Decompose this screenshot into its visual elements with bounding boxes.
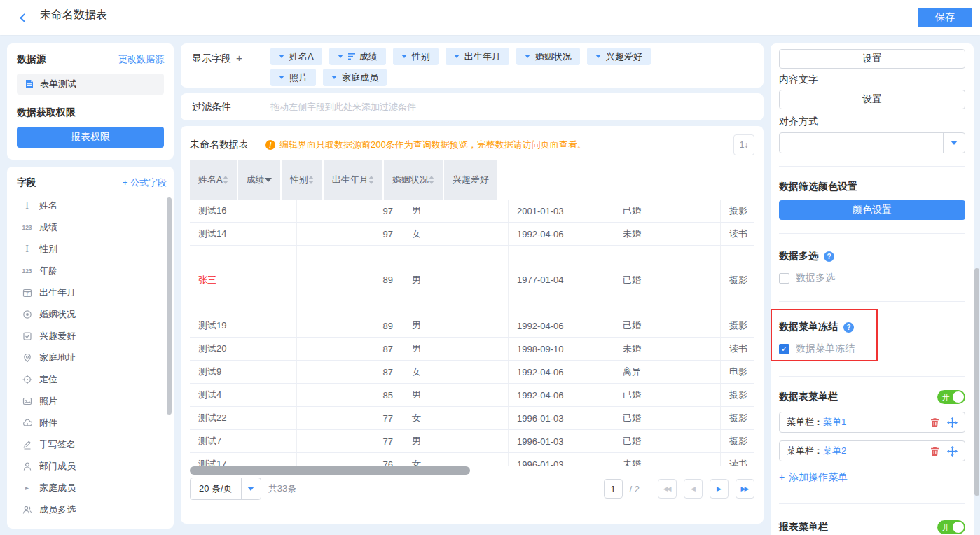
field-item[interactable]: I 姓名: [17, 195, 167, 216]
field-item[interactable]: 123 年龄: [17, 260, 167, 282]
field-item[interactable]: I 性别: [17, 238, 167, 260]
sort-caret-icon[interactable]: [429, 176, 434, 184]
fields-scrollbar[interactable]: [167, 197, 172, 415]
top-bar: 未命名数据表 保存: [0, 0, 980, 35]
field-label: 年龄: [39, 265, 57, 277]
field-label: 成绩: [39, 221, 57, 234]
back-button[interactable]: [21, 15, 27, 21]
add-display-field-button[interactable]: +: [236, 52, 242, 64]
datasource-panel: 数据源 更改数据源 表单测试 数据获取权限 报表权限: [7, 43, 174, 160]
align-select[interactable]: [779, 132, 965, 153]
field-item[interactable]: 兴趣爱好: [17, 325, 167, 347]
table-cell: 女: [403, 453, 509, 466]
sort-caret-icon[interactable]: [368, 176, 374, 184]
page-total-label: / 2: [630, 484, 640, 494]
field-label: 部门成员: [39, 460, 76, 473]
report-menu-toggle[interactable]: 开: [937, 520, 965, 534]
move-icon[interactable]: [947, 417, 958, 428]
display-field-tag[interactable]: 婚姻状况: [516, 48, 580, 65]
column-label: 姓名A: [198, 174, 223, 186]
field-item[interactable]: 照片: [17, 390, 167, 412]
menu-name-link[interactable]: 菜单1: [823, 416, 846, 429]
field-item[interactable]: 家庭地址: [17, 347, 167, 368]
first-page-button[interactable]: ◀◀: [658, 479, 677, 499]
delete-icon[interactable]: [930, 417, 940, 428]
move-icon[interactable]: [947, 446, 958, 457]
table-cell: 已婚: [614, 407, 721, 429]
column-header[interactable]: 兴趣爱好: [444, 160, 499, 200]
add-formula-field-link[interactable]: + 公式字段: [123, 176, 167, 189]
header-setting-button[interactable]: 设置: [779, 49, 965, 69]
table-menu-toggle[interactable]: 开: [937, 390, 965, 404]
chevron-down-icon[interactable]: [454, 55, 460, 58]
column-header[interactable]: 姓名A: [190, 160, 238, 200]
field-item[interactable]: 附件: [17, 412, 167, 433]
tag-label: 家庭成员: [342, 71, 378, 84]
field-item[interactable]: 婚姻状况: [17, 303, 167, 325]
chevron-down-icon[interactable]: [241, 478, 261, 499]
field-item[interactable]: 7 出生年月: [17, 282, 167, 303]
delete-icon[interactable]: [930, 446, 940, 457]
sort-caret-icon[interactable]: [265, 178, 272, 182]
menu-item[interactable]: 菜单栏：菜单2: [779, 440, 965, 461]
chevron-down-icon[interactable]: [279, 76, 284, 79]
table-cell: 电影: [721, 361, 754, 383]
column-header[interactable]: 成绩: [238, 160, 282, 200]
field-item[interactable]: 123 成绩: [17, 216, 167, 238]
last-page-button[interactable]: ▶▶: [736, 479, 754, 499]
display-field-tag[interactable]: 成绩: [329, 48, 386, 65]
sort-caret-icon[interactable]: [308, 176, 314, 184]
display-field-tag[interactable]: 出生年月: [446, 48, 509, 65]
column-header[interactable]: 出生年月: [324, 160, 384, 200]
sort-caret-icon[interactable]: [223, 176, 228, 184]
page-size-select[interactable]: 20 条/页: [190, 478, 261, 500]
add-action-menu-link[interactable]: +添加操作菜单: [779, 471, 848, 484]
freeze-menu-option[interactable]: ✓ 数据菜单冻结: [779, 342, 965, 355]
table-hscroll-track: [190, 466, 754, 475]
multi-select-option[interactable]: 数据多选: [779, 272, 965, 284]
datasource-item[interactable]: 表单测试: [17, 74, 164, 95]
display-field-tag[interactable]: 姓名A: [270, 48, 322, 65]
chevron-down-icon[interactable]: [401, 55, 407, 58]
page-scrollbar[interactable]: [974, 268, 979, 496]
current-page-input[interactable]: 1: [604, 479, 623, 499]
column-label: 兴趣爱好: [453, 174, 489, 186]
column-header[interactable]: 婚姻状况: [384, 160, 444, 200]
page-title[interactable]: 未命名数据表: [39, 8, 113, 27]
filter-dropzone[interactable]: 拖动左侧字段到此处来添加过滤条件: [270, 101, 416, 113]
next-page-button[interactable]: ▶: [710, 479, 729, 499]
table-horizontal-scrollbar[interactable]: [190, 466, 470, 475]
chevron-down-icon[interactable]: [595, 55, 601, 58]
help-icon[interactable]: ?: [843, 322, 854, 333]
member-icon: [21, 461, 33, 471]
chevron-down-icon[interactable]: [525, 55, 530, 58]
save-button[interactable]: 保存: [918, 8, 972, 27]
report-permission-button[interactable]: 报表权限: [17, 127, 164, 148]
field-item[interactable]: 手写签名: [17, 433, 167, 455]
help-icon[interactable]: ?: [824, 251, 834, 262]
multi-select-checkbox[interactable]: [779, 273, 789, 284]
content-setting-button[interactable]: 设置: [779, 90, 965, 109]
tag-label: 出生年月: [464, 50, 501, 63]
sort-order-button[interactable]: 1↓: [733, 134, 754, 155]
display-field-tag[interactable]: 照片: [270, 69, 316, 86]
color-setting-button[interactable]: 颜色设置: [779, 200, 965, 220]
chevron-down-icon[interactable]: [279, 55, 284, 58]
freeze-menu-checkbox[interactable]: ✓: [779, 344, 789, 354]
menu-item[interactable]: 菜单栏：菜单1: [779, 412, 965, 433]
field-item[interactable]: 部门成员: [17, 455, 167, 477]
prev-page-button[interactable]: ◀: [684, 479, 703, 499]
display-field-tag[interactable]: 性别: [393, 48, 439, 65]
chevron-down-icon[interactable]: [943, 133, 965, 153]
field-item[interactable]: ▸ 家庭成员: [17, 477, 167, 499]
field-item[interactable]: 成员多选: [17, 499, 167, 520]
column-header[interactable]: 性别: [282, 160, 324, 200]
field-item[interactable]: 定位: [17, 368, 167, 390]
chevron-down-icon[interactable]: [338, 55, 343, 58]
display-field-tag[interactable]: 兴趣爱好: [587, 48, 651, 65]
display-field-tag[interactable]: 家庭成员: [323, 69, 387, 86]
menu-name-link[interactable]: 菜单2: [823, 445, 846, 457]
table-title: 未命名数据表: [190, 139, 249, 151]
chevron-down-icon[interactable]: [331, 76, 337, 79]
change-datasource-link[interactable]: 更改数据源: [118, 53, 164, 66]
